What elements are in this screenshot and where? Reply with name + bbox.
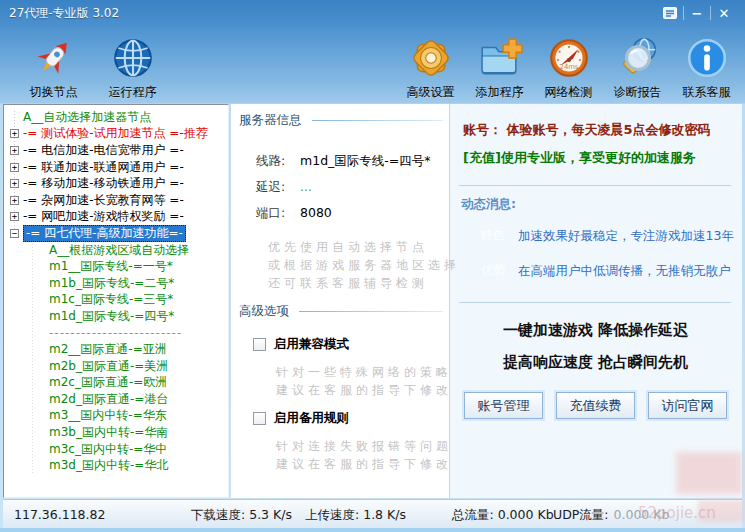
run-program-button[interactable]: 运行程序 [93, 33, 172, 101]
tree-item[interactable]: m1__国际专线-=一号* [8, 258, 228, 275]
magnifier-globe-icon [615, 33, 661, 83]
visit-website-button[interactable]: 访问官网 [648, 392, 727, 419]
toolbar-left-group: 切换节点 运行程序 [14, 33, 172, 101]
toolbar: 切换节点 运行程序 [0, 26, 745, 103]
port-label: 端口: [256, 205, 300, 222]
toolbar-button-label: 高级设置 [407, 84, 455, 101]
news-text: 在高端用户中低调传播，无推销无散户 [518, 263, 731, 280]
advanced-options-title: 高级选项 [239, 303, 289, 320]
window-bottom-edge [0, 528, 745, 532]
recharge-renew-button[interactable]: 充值续费 [556, 392, 635, 419]
expand-toggle-icon[interactable]: + [10, 146, 19, 155]
tree-item[interactable]: − -= 四七代理-高级加速功能=- [8, 225, 228, 242]
tree-item-label: -= 杂网加速-长宽教育网等 =- [23, 192, 184, 209]
tree-item[interactable]: m2b_国际直通-=美洲 [8, 358, 228, 375]
delay-value: ... [300, 179, 312, 196]
network-test-button[interactable]: 24ms 网络检测 [534, 33, 603, 101]
tree-item-label: -= 网吧加速-游戏特权奖励 =- [23, 208, 184, 225]
menu-icon[interactable] [657, 2, 683, 24]
minimize-button[interactable]: − [684, 2, 710, 24]
switch-node-button[interactable]: 切换节点 [14, 33, 93, 101]
add-program-button[interactable]: 添加程序 [465, 33, 534, 101]
expand-toggle-icon[interactable]: + [10, 212, 19, 221]
contact-support-button[interactable]: 联系客服 [672, 33, 741, 101]
tree-item-label: m2c_国际直通-=欧洲 [49, 374, 167, 391]
advanced-settings-button[interactable]: 高级设置 [396, 33, 465, 101]
recharge-promo-line[interactable]: [充值]使用专业版，享受更好的加速服务 [463, 149, 696, 167]
server-info-title: 服务器信息 [239, 112, 302, 129]
tree-item[interactable]: m1b_国际专线-=二号* [8, 275, 228, 292]
info-icon [684, 33, 730, 83]
toolbar-button-label: 诊断报告 [614, 84, 662, 101]
line-field: 线路: m1d_国际专线-=四号* [256, 153, 431, 170]
tree-item[interactable]: m2d_国际直通-=港台 [8, 391, 228, 408]
promo-slogan: 一键加速游戏 降低操作延迟 [449, 321, 742, 340]
tree-item[interactable]: m3b_国内中转-=华南 [8, 424, 228, 441]
udp-traffic-label: UDP流量: [553, 507, 609, 522]
tree-item[interactable]: + -= 杂网加速-长宽教育网等 =- [8, 192, 228, 209]
compat-mode-checkbox[interactable] [253, 338, 266, 351]
account-info-line: 账号： 体验账号，每天凌晨5点会修改密码 [463, 121, 711, 139]
svg-text:24ms: 24ms [559, 63, 578, 71]
tree-item[interactable]: m1c_国际专线-=三号* [8, 292, 228, 309]
expand-toggle-icon[interactable]: + [10, 196, 19, 205]
tree-item-label: A__自动选择加速器节点 [23, 109, 151, 126]
backup-rules-checkbox[interactable] [253, 412, 266, 425]
news-list: 特色 加速效果好最稳定，专注游戏加速13年 优势 在高端用户中低调传播，无推销无… [477, 226, 734, 281]
tree-item[interactable]: m1d_国际专线-=四号* [8, 308, 228, 325]
tree-item-label: m3b_国内中转-=华南 [49, 424, 168, 441]
tree-item-label: -= 移动加速-移动铁通用户 =- [23, 175, 184, 192]
compat-mode-label: 启用兼容模式 [274, 336, 349, 353]
tree-item[interactable]: + -= 电信加速-电信宽带用户 =- [8, 142, 228, 159]
tree-item-label: m1b_国际专线-=二号* [49, 275, 174, 292]
toolbar-button-label: 运行程序 [109, 84, 157, 101]
folder-plus-icon [477, 33, 523, 83]
tree-item[interactable]: + -= 测试体验-试用加速节点 =-推荐 [8, 126, 228, 143]
tree-item[interactable]: ------------------------- [8, 325, 228, 342]
tree-item[interactable]: m2c_国际直通-=欧洲 [8, 375, 228, 392]
compat-mode-checkbox-row[interactable]: 启用兼容模式 [253, 336, 349, 353]
tree-item-label: m3__国内中转-=华东 [49, 407, 167, 424]
tree-item-label: m3c_国内中转-=华中 [49, 441, 167, 458]
tree-item-label: m2b_国际直通-=美洲 [49, 358, 168, 375]
status-download-speed: 下载速度: 5.3 K/s [191, 507, 292, 524]
tree-item[interactable]: A__根据游戏区域自动选择 [8, 242, 228, 259]
compat-mode-hints: 针对一些特殊网络的策略 建议在客服的指导下修改 [276, 363, 452, 399]
tree-item[interactable]: + -= 联通加速-联通网通用户 =- [8, 159, 228, 176]
news-item: 特色 加速效果好最稳定，专注游戏加速13年 [477, 226, 734, 246]
port-value: 8080 [300, 205, 332, 222]
tree-item[interactable]: + -= 移动加速-移动铁通用户 =- [8, 175, 228, 192]
tree-item-label: m2__国际直通-=亚洲 [49, 341, 167, 358]
backup-rules-hints: 针对连接失败报错等问题 建议在客服的指导下修改 [276, 437, 452, 473]
tree-item-label: -= 测试体验-试用加速节点 =-推荐 [23, 125, 208, 142]
expand-toggle-icon[interactable]: − [10, 229, 19, 238]
news-title: 动态消息: [461, 196, 516, 213]
tree-item[interactable]: m3d_国内中转-=华北 [8, 457, 228, 474]
line-label: 线路: [256, 153, 300, 170]
hint-line: 建议在客服的指导下修改 [276, 455, 452, 473]
account-manage-button[interactable]: 账号管理 [464, 392, 543, 419]
tree-item-label: -= 联通加速-联通网通用户 =- [23, 159, 184, 176]
menu-icon-glyph [662, 6, 678, 20]
hint-line: 优先使用自动选择节点 [268, 238, 460, 256]
tree-item[interactable]: A__自动选择加速器节点 [8, 109, 228, 126]
group-header-rule [312, 120, 444, 121]
status-upload-speed: 上传速度: 1.8 K/s [305, 507, 406, 524]
globe-icon [110, 33, 156, 83]
expand-toggle-icon[interactable]: + [10, 163, 19, 172]
close-button[interactable]: ✕ [711, 2, 737, 24]
expand-toggle-icon[interactable]: + [10, 129, 19, 138]
app-window: 27代理-专业版 3.02 − ✕ [0, 0, 745, 532]
diagnostic-report-button[interactable]: 诊断报告 [603, 33, 672, 101]
tree-item[interactable]: + -= 网吧加速-游戏特权奖励 =- [8, 209, 228, 226]
tree-item[interactable]: m3c_国内中转-=华中 [8, 441, 228, 458]
news-badge: 特色 [477, 226, 509, 246]
tree-item-label: m3d_国内中转-=华北 [49, 457, 168, 474]
backup-rules-checkbox-row[interactable]: 启用备用规则 [253, 410, 349, 427]
line-value: m1d_国际专线-=四号* [300, 153, 431, 170]
expand-toggle-icon[interactable]: + [10, 179, 19, 188]
tree-item-label: m2d_国际直通-=港台 [49, 391, 168, 408]
toolbar-button-label: 网络检测 [545, 84, 593, 101]
tree-item[interactable]: m2__国际直通-=亚洲 [8, 341, 228, 358]
tree-item[interactable]: m3__国内中转-=华东 [8, 408, 228, 425]
